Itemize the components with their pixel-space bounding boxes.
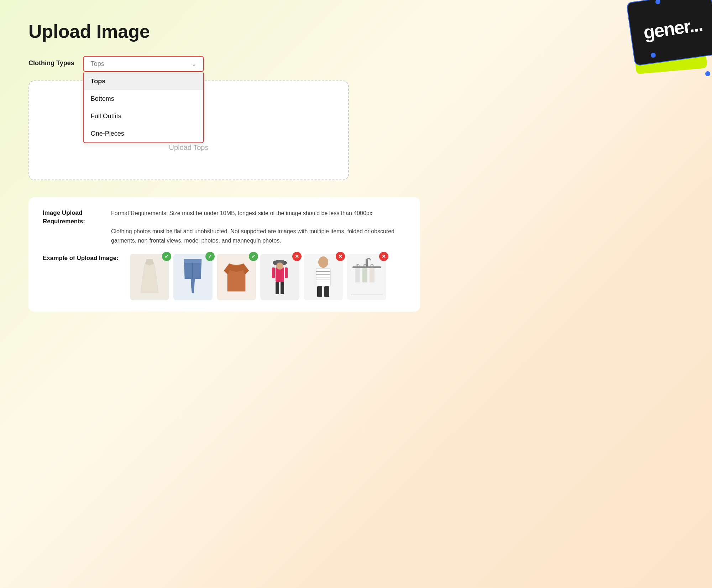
svg-point-9 bbox=[318, 256, 328, 268]
requirements-text: Format Requirements: Size must be under … bbox=[111, 209, 406, 245]
corner-decoration: gener... bbox=[605, 0, 712, 93]
dropdown-item-full-outfits[interactable]: Full Outfits bbox=[84, 108, 203, 125]
example-model2: ✕ bbox=[304, 254, 343, 300]
sweater-svg bbox=[220, 260, 252, 294]
page-title: Upload Image bbox=[28, 21, 684, 42]
svg-rect-16 bbox=[324, 286, 329, 297]
dress-svg bbox=[139, 257, 160, 297]
example-sweater-bg bbox=[217, 254, 256, 300]
dropdown-selected-value: Tops bbox=[91, 60, 104, 68]
requirements-row: Image Upload Requirements: Format Requir… bbox=[43, 209, 406, 245]
example-sweater: ✓ bbox=[217, 254, 256, 300]
examples-row: Example of Upload Image: ✓ bbox=[43, 254, 406, 300]
example-jeans: ✓ bbox=[173, 254, 213, 300]
corner-card-text: gener... bbox=[642, 14, 704, 43]
svg-rect-4 bbox=[276, 282, 279, 294]
example-rack-bg bbox=[347, 254, 386, 300]
example-model1-badge: ✕ bbox=[292, 252, 302, 261]
model1-svg bbox=[269, 257, 290, 297]
example-model1-bg bbox=[260, 254, 299, 300]
dropdown-item-bottoms[interactable]: Bottoms bbox=[84, 90, 203, 108]
examples-images: ✓ ✓ bbox=[130, 254, 386, 300]
example-jeans-bg bbox=[173, 254, 213, 300]
requirements-line2: Clothing photos must be flat and unobstr… bbox=[111, 227, 406, 245]
clothing-types-dropdown[interactable]: Tops ⌄ Tops Bottoms Full Outfits One-Pie… bbox=[83, 56, 204, 72]
jeans-svg bbox=[181, 257, 204, 297]
dropdown-item-tops[interactable]: Tops bbox=[84, 73, 203, 90]
example-model2-bg bbox=[304, 254, 343, 300]
example-dress-bg bbox=[130, 254, 169, 300]
svg-rect-15 bbox=[317, 286, 322, 297]
clothing-types-row: Clothing Types Tops ⌄ Tops Bottoms Full … bbox=[28, 56, 684, 72]
svg-rect-24 bbox=[370, 268, 375, 282]
requirements-section: Image Upload Requirements: Format Requir… bbox=[28, 197, 420, 311]
rack-svg bbox=[349, 257, 384, 297]
svg-point-8 bbox=[276, 262, 283, 270]
requirements-label: Image Upload Requirements: bbox=[43, 209, 100, 245]
example-sweater-badge: ✓ bbox=[249, 252, 258, 261]
chevron-down-icon: ⌄ bbox=[192, 61, 196, 67]
dropdown-item-one-pieces[interactable]: One-Pieces bbox=[84, 125, 203, 142]
clothing-types-label: Clothing Types bbox=[28, 56, 74, 67]
svg-rect-7 bbox=[285, 267, 288, 278]
example-model2-badge: ✕ bbox=[336, 252, 345, 261]
svg-rect-22 bbox=[362, 268, 367, 282]
model2-svg bbox=[307, 256, 339, 298]
svg-rect-5 bbox=[281, 282, 284, 294]
blue-dot-3 bbox=[705, 71, 710, 76]
upload-text: Upload Tops bbox=[169, 144, 209, 152]
svg-rect-17 bbox=[352, 266, 381, 268]
svg-rect-20 bbox=[355, 268, 360, 282]
requirements-line1: Format Requirements: Size must be under … bbox=[111, 209, 406, 218]
example-jeans-badge: ✓ bbox=[205, 252, 215, 261]
example-dress: ✓ bbox=[130, 254, 169, 300]
example-rack: ✕ bbox=[347, 254, 386, 300]
example-dress-badge: ✓ bbox=[162, 252, 171, 261]
example-model1: ✕ bbox=[260, 254, 299, 300]
example-rack-badge: ✕ bbox=[379, 252, 388, 261]
examples-label: Example of Upload Image: bbox=[43, 254, 119, 262]
dropdown-menu: Tops Bottoms Full Outfits One-Pieces bbox=[83, 73, 204, 143]
dropdown-trigger[interactable]: Tops ⌄ bbox=[83, 56, 204, 72]
svg-rect-6 bbox=[272, 267, 275, 278]
